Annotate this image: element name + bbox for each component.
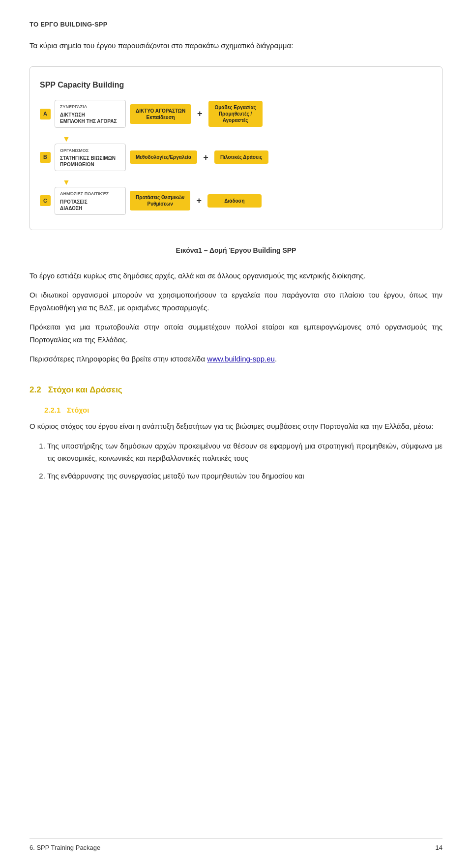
intro-paragraph: Τα κύρια σημεία του έργου παρουσιάζονται… (30, 40, 442, 52)
arrow-ab (40, 133, 432, 142)
page: ΤΟ ΕΡΓΟ BUILDING-SPP Τα κύρια σημεία του… (0, 0, 472, 868)
row-a-section-label: ΣΥΝΕΡΓΑΣΙΑ (60, 103, 120, 110)
paragraph-1: Το έργο εστιάζει κυρίως στις δημόσιες αρ… (30, 269, 442, 282)
row-c-main-box: Δημόσιες Πολιτικές ΠΡΟΤΑΣΕΙΣΔΙΑΔΟΣΗ (55, 187, 126, 214)
row-a-box-title: ΔΙΚΤΥΩΣΗΕΜΠΛΟΚΗ ΤΗΣ ΑΓΟΡΑΣ (60, 112, 120, 124)
row-a-label: A (40, 109, 51, 120)
footer-right: 14 (436, 843, 442, 853)
page-footer: 6. SPP Training Package 14 (30, 838, 442, 853)
arrow-bc (40, 176, 432, 185)
section-2-2-number: 2.2 (30, 385, 41, 394)
row-b-yellow-center: Μεθοδολογίες/Εργαλεία (130, 150, 197, 164)
row-b-box-title: ΣΤΑΤΗΓΙΚΕΣ ΒΙΩΣΙΜΩΝΠΡΟΜΗΘΕΙΩΝ (60, 155, 120, 168)
goals-intro: Ο κύριος στόχος του έργου είναι η ανάπτυ… (30, 420, 442, 433)
row-a-main-box: ΣΥΝΕΡΓΑΣΙΑ ΔΙΚΤΥΩΣΗΕΜΠΛΟΚΗ ΤΗΣ ΑΓΟΡΑΣ (55, 100, 126, 127)
row-c-box-title: ΠΡΟΤΑΣΕΙΣΔΙΑΔΟΣΗ (60, 199, 120, 211)
subsection-2-2-1-title: Στόχοι (67, 406, 89, 414)
row-b-main-box: ΟΡΓΑΝΙΣΜΟΣ ΣΤΑΤΗΓΙΚΕΣ ΒΙΩΣΙΜΩΝΠΡΟΜΗΘΕΙΩΝ (55, 144, 126, 171)
diagram-row-a: A ΣΥΝΕΡΓΑΣΙΑ ΔΙΚΤΥΩΣΗΕΜΠΛΟΚΗ ΤΗΣ ΑΓΟΡΑΣ … (40, 100, 432, 127)
diagram-container: SPP Capacity Building A ΣΥΝΕΡΓΑΣΙΑ ΔΙΚΤΥ… (30, 66, 442, 230)
row-c-yellow-right: Διάδοση (207, 194, 262, 208)
paragraph-4: Περισσότερες πληροφορίες θα βρείτε στην … (30, 353, 442, 365)
footer-left: 6. SPP Training Package (30, 843, 100, 853)
row-b-label: B (40, 152, 51, 163)
paragraph-4-suffix: . (275, 355, 277, 363)
list-item: Της υποστήριξης των δημόσιων αρχών προκε… (47, 440, 442, 465)
section-2-2-heading: 2.2 Στόχοι και Δράσεις (30, 383, 442, 396)
subsection-2-2-1-heading: 2.2.1 Στόχοι (30, 404, 442, 416)
row-a-yellow-right: Ομάδες ΕργασίαςΠρομηθευτές /Αγοραστές (208, 101, 263, 127)
row-a-yellow-center: ΔΙΚΤΥΟ ΑΓΟΡΑΣΤΩΝΕκπαίδευση (130, 104, 191, 124)
building-spp-link[interactable]: www.building-spp.eu (207, 355, 275, 363)
paragraph-4-prefix: Περισσότερες πληροφορίες θα βρείτε στην … (30, 355, 207, 363)
list-item: Της ενθάρρυνσης της συνεργασίας μεταξύ τ… (47, 470, 442, 482)
row-c-section-label: Δημόσιες Πολιτικές (60, 190, 120, 197)
figure-caption: Εικόνα1 – Δομή Έργου Building SPP (30, 245, 442, 256)
row-c-label: C (40, 195, 51, 206)
paragraph-3: Πρόκειται για μια πρωτοβουλία στην οποία… (30, 321, 442, 346)
diagram-title: SPP Capacity Building (40, 79, 432, 91)
section-2-2-title: Στόχοι και Δράσεις (48, 385, 122, 394)
plus-c: + (194, 194, 204, 208)
page-header: ΤΟ ΕΡΓΟ BUILDING-SPP (30, 20, 442, 30)
row-c-yellow-center: Προτάσεις ΘεσμικώνΡυθμίσεων (130, 191, 190, 210)
subsection-2-2-1-number: 2.2.1 (44, 406, 60, 414)
goals-list: Της υποστήριξης των δημόσιων αρχών προκε… (47, 440, 442, 482)
plus-b: + (201, 150, 210, 165)
diagram-row-b: B ΟΡΓΑΝΙΣΜΟΣ ΣΤΑΤΗΓΙΚΕΣ ΒΙΩΣΙΜΩΝΠΡΟΜΗΘΕΙ… (40, 144, 432, 171)
diagram-row-c: C Δημόσιες Πολιτικές ΠΡΟΤΑΣΕΙΣΔΙΑΔΟΣΗ Πρ… (40, 187, 432, 214)
arrow-ab-shape (62, 133, 71, 142)
plus-a: + (195, 107, 205, 121)
row-b-section-label: ΟΡΓΑΝΙΣΜΟΣ (60, 147, 120, 154)
arrow-bc-shape (62, 176, 71, 185)
row-b-yellow-right: Πιλοτικές Δράσεις (214, 150, 268, 164)
paragraph-2: Οι ιδιωτικοί οργανισμοί μπορούν να χρησι… (30, 289, 442, 314)
